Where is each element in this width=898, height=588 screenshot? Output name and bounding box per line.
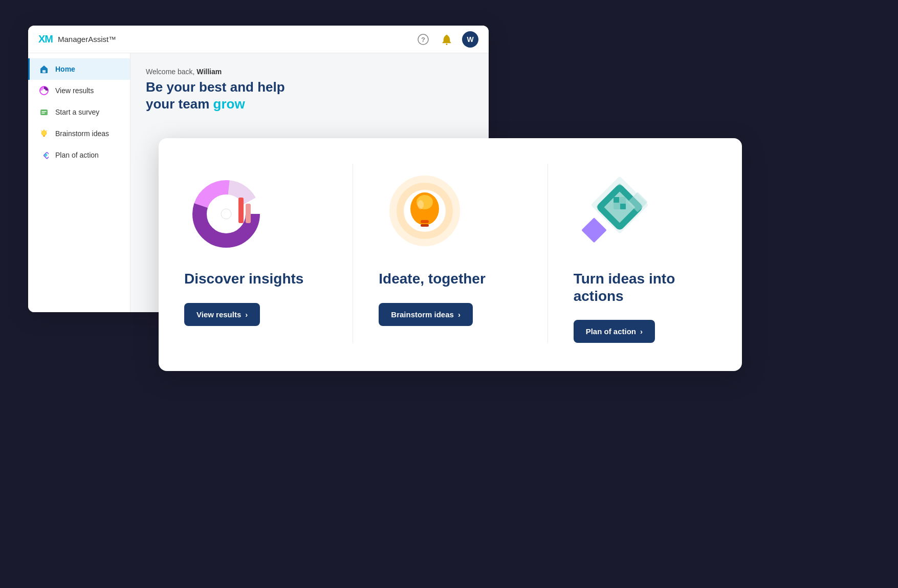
svg-point-18: [221, 209, 231, 219]
svg-point-27: [418, 200, 424, 209]
titlebar: XM ManagerAssist™ ? W: [28, 26, 489, 53]
svg-point-2: [446, 43, 448, 45]
titlebar-left: XM ManagerAssist™: [38, 33, 116, 45]
notifications-button[interactable]: [439, 31, 455, 48]
divider-1: [353, 164, 353, 343]
username: William: [196, 68, 222, 76]
ideate-card: Ideate, together Brainstorm ideas ›: [379, 164, 521, 343]
svg-line-11: [47, 130, 48, 132]
svg-rect-19: [238, 198, 244, 223]
app-name: ManagerAssist™: [58, 35, 116, 43]
hero-heading: Be your best and help your team grow: [146, 79, 473, 112]
view-results-button[interactable]: View results ›: [184, 303, 260, 326]
svg-rect-32: [614, 197, 619, 203]
titlebar-right: ? W: [415, 31, 478, 48]
sidebar-item-home[interactable]: Home: [28, 58, 130, 80]
svg-rect-34: [581, 217, 606, 243]
view-results-icon: [39, 85, 49, 96]
welcome-text: Welcome back, William: [146, 68, 473, 76]
svg-rect-25: [421, 220, 429, 223]
arrow-icon: ›: [640, 327, 643, 336]
sidebar-item-view-results-label: View results: [55, 86, 94, 95]
svg-rect-20: [246, 204, 251, 223]
sidebar-item-start-survey[interactable]: Start a survey: [28, 101, 130, 123]
discover-title: Discover insights: [184, 270, 303, 288]
discover-icon-area: [184, 164, 276, 256]
home-icon: [39, 64, 49, 74]
svg-rect-6: [40, 110, 48, 115]
user-avatar-button[interactable]: W: [462, 31, 478, 48]
svg-line-10: [41, 130, 42, 132]
arrow-icon: ›: [245, 310, 248, 319]
ideate-title: Ideate, together: [379, 270, 485, 288]
svg-rect-3: [42, 70, 46, 73]
discover-card: Discover insights View results ›: [184, 164, 327, 343]
svg-rect-8: [43, 136, 45, 137]
start-survey-icon: [39, 107, 49, 117]
action-title: Turn ideas into actions: [574, 270, 716, 304]
svg-point-7: [41, 130, 47, 136]
svg-text:?: ?: [421, 36, 425, 43]
plan-of-action-icon: [39, 150, 49, 160]
arrow-icon: ›: [458, 310, 461, 319]
xm-logo: XM: [38, 33, 53, 45]
sidebar-item-brainstorm[interactable]: Brainstorm ideas: [28, 123, 130, 144]
sidebar-item-view-results[interactable]: View results: [28, 80, 130, 101]
sidebar-item-brainstorm-label: Brainstorm ideas: [55, 129, 109, 138]
svg-point-5: [42, 89, 46, 92]
brainstorm-ideas-button[interactable]: Brainstorm ideas ›: [379, 303, 473, 326]
sidebar-item-plan-of-action-label: Plan of action: [55, 151, 99, 159]
sidebar-item-start-survey-label: Start a survey: [55, 108, 99, 116]
svg-rect-33: [620, 204, 626, 209]
svg-rect-26: [421, 224, 429, 227]
ideate-icon-area: [379, 164, 471, 256]
action-icon-area: [574, 164, 666, 256]
sidebar-item-home-label: Home: [55, 65, 75, 73]
brainstorm-icon: [39, 128, 49, 139]
plan-of-action-button[interactable]: Plan of action ›: [574, 320, 655, 343]
sidebar: Home View results: [28, 53, 130, 312]
sidebar-item-plan-of-action[interactable]: Plan of action: [28, 144, 130, 166]
cards-panel: Discover insights View results ›: [159, 138, 742, 371]
help-button[interactable]: ?: [415, 31, 431, 48]
action-card: Turn ideas into actions Plan of action ›: [574, 164, 716, 343]
divider-2: [547, 164, 548, 343]
